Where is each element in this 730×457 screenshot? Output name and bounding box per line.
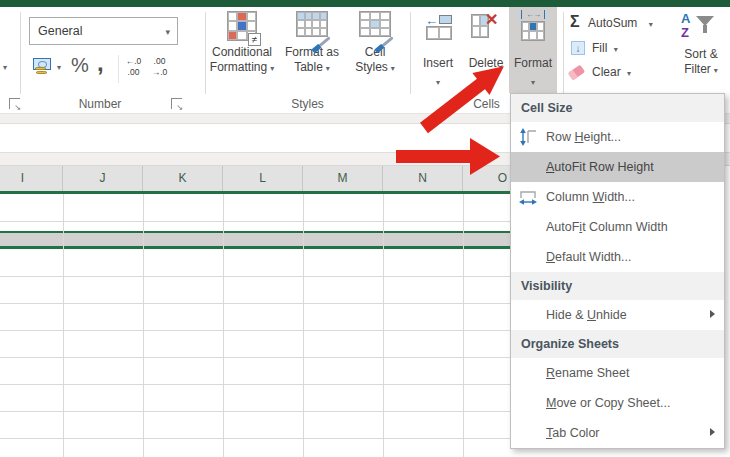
chevron-down-icon[interactable]: ▾ <box>165 19 170 45</box>
column-header-M[interactable]: M <box>303 166 383 191</box>
coin-icon <box>35 67 46 70</box>
menu-item-hide-unhide[interactable]: Hide & Unhide <box>511 300 724 330</box>
gridline <box>143 194 144 457</box>
column-header-I[interactable]: I <box>0 166 63 191</box>
delete-cells-icon: ✕ <box>471 12 501 40</box>
menu-item-tab-color[interactable]: Tab Color <box>511 418 724 448</box>
title-bar <box>0 0 730 7</box>
fill-button[interactable]: ↓ Fill ▾ <box>571 41 618 55</box>
column-header-N[interactable]: N <box>383 166 463 191</box>
eraser-icon <box>568 65 585 81</box>
chevron-down-icon: ▾ <box>714 66 718 75</box>
button-label: Clear <box>592 65 621 79</box>
autosum-button[interactable]: Σ AutoSum ▾ <box>570 13 653 31</box>
increase-decimal-button[interactable]: ←.0 .00 <box>121 56 146 78</box>
chevron-down-icon[interactable]: ▾ <box>3 63 7 72</box>
chevron-down-icon[interactable]: ▾ <box>57 63 61 72</box>
group-separator <box>563 12 564 94</box>
menu-item-autofit-row-height[interactable]: AutoFit Row Height <box>511 152 724 182</box>
chevron-down-icon: ▾ <box>509 78 557 87</box>
divider <box>118 55 119 83</box>
format-as-table-button[interactable]: Format as Table▾ <box>280 7 344 93</box>
gridline <box>0 438 513 439</box>
menu-item-move-or-copy-sheet[interactable]: Move or Copy Sheet... <box>511 388 724 418</box>
button-label: Format <box>509 56 557 70</box>
gridline <box>0 384 513 385</box>
styles-group-label: Styles <box>205 97 410 111</box>
button-label: Table <box>294 60 323 74</box>
insert-cells-icon: ← <box>425 12 453 40</box>
delete-cells-button[interactable]: ✕ Delete ▾ <box>462 7 510 93</box>
format-as-table-icon <box>296 11 328 43</box>
group-separator <box>410 12 411 94</box>
gridline <box>0 411 513 412</box>
format-button[interactable]: ←→ Format ▾ <box>509 7 557 93</box>
menu-item-row-height[interactable]: Row Height... <box>511 122 724 152</box>
cell-styles-button[interactable]: Cell Styles▾ <box>346 7 404 93</box>
column-headers[interactable]: IJKLMNO <box>0 166 513 191</box>
button-label: Conditional <box>206 45 278 60</box>
menu-item-autofit-column-width[interactable]: AutoFit Column Width <box>511 212 724 242</box>
chevron-down-icon: ▾ <box>414 78 462 87</box>
coin-icon <box>36 71 47 74</box>
sort-a-icon: A <box>681 11 690 26</box>
menu-item-label: Rename Sheet <box>546 366 629 380</box>
red-x-icon: ✕ <box>485 10 498 29</box>
button-label: Filter <box>684 62 711 76</box>
sort-z-icon: Z <box>681 25 689 40</box>
menu-item-column-width[interactable]: Column Width... <box>511 182 724 212</box>
width-arrow-icon: ←→ <box>521 10 545 19</box>
format-icon: ←→ <box>520 10 546 42</box>
decrease-decimal-button[interactable]: .00 →.0 <box>147 56 172 78</box>
number-group-label: Number <box>20 97 180 111</box>
number-format-select[interactable]: General ▾ <box>29 17 178 45</box>
fill-down-icon: ↓ <box>571 41 585 55</box>
conditional-formatting-icon: ≠ <box>227 11 257 43</box>
sigma-icon: Σ <box>570 13 580 30</box>
menu-item-label: Hide & Unhide <box>546 308 627 322</box>
chevron-down-icon[interactable]: ▾ <box>627 69 631 78</box>
sort-filter-icon: A Z <box>679 11 723 45</box>
column-header-J[interactable]: J <box>63 166 143 191</box>
clear-button[interactable]: Clear ▾ <box>569 65 631 79</box>
gridline <box>0 330 513 331</box>
button-label: AutoSum <box>588 16 637 30</box>
chevron-down-icon: ▾ <box>391 64 395 73</box>
number-format-value: General <box>38 24 82 38</box>
row-height-icon <box>518 127 538 147</box>
button-label: Formatting <box>210 60 267 74</box>
column-header-O[interactable]: O <box>463 166 513 191</box>
chevron-down-icon: ▾ <box>326 64 330 73</box>
menu-item-label: Row Height... <box>546 130 621 144</box>
gridline <box>0 221 513 222</box>
gridline <box>63 194 64 457</box>
gridline <box>303 194 304 457</box>
chevron-down-icon[interactable]: ▾ <box>614 45 618 54</box>
sort-filter-button[interactable]: A Z Sort & Filter▾ <box>672 7 730 93</box>
selected-row[interactable] <box>0 233 513 246</box>
insert-cells-button[interactable]: ← Insert ▾ <box>414 7 462 93</box>
button-label: Fill <box>592 41 607 55</box>
comma-style-button[interactable]: , <box>97 49 104 77</box>
column-width-icon <box>518 187 538 207</box>
number-dialog-launcher-icon[interactable] <box>171 98 182 109</box>
column-header-L[interactable]: L <box>223 166 303 191</box>
chevron-down-icon[interactable]: ▾ <box>649 20 653 29</box>
menu-section-header-organize-sheets: Organize Sheets <box>511 330 724 358</box>
column-header-K[interactable]: K <box>143 166 223 191</box>
menu-item-label: Default Width... <box>546 250 631 264</box>
group-separator <box>20 12 21 94</box>
percent-style-button[interactable]: % <box>71 54 89 77</box>
accounting-format-button[interactable]: ▾ <box>33 56 65 80</box>
conditional-formatting-button[interactable]: ≠ Conditional Formatting▾ <box>206 7 278 93</box>
menu-item-rename-sheet[interactable]: Rename Sheet <box>511 358 724 388</box>
selection-border <box>0 246 513 249</box>
submenu-arrow-icon <box>710 428 715 436</box>
dialog-launcher-icon[interactable] <box>9 98 20 109</box>
spreadsheet-grid[interactable]: IJKLMNO <box>0 166 513 457</box>
menu-item-default-width[interactable]: Default Width... <box>511 242 724 272</box>
button-label: Sort & <box>672 47 730 62</box>
format-dropdown-menu: Cell SizeRow Height...AutoFit Row Height… <box>510 93 725 449</box>
chevron-down-icon: ▾ <box>462 78 510 87</box>
cell-styles-icon <box>359 11 391 43</box>
